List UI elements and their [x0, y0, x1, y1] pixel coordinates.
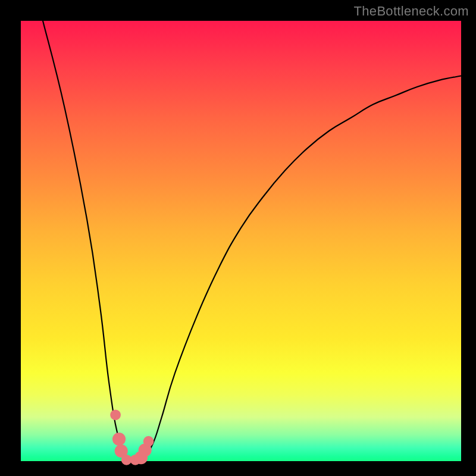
plot-area: [21, 21, 461, 461]
curve-svg: [21, 21, 461, 461]
curve-marker: [112, 433, 126, 446]
curve-marker: [110, 409, 121, 420]
chart-frame: TheBottleneck.com: [0, 0, 476, 476]
watermark-text: TheBottleneck.com: [354, 4, 469, 19]
bottleneck-curve: [43, 21, 461, 462]
curve-marker: [143, 436, 154, 447]
